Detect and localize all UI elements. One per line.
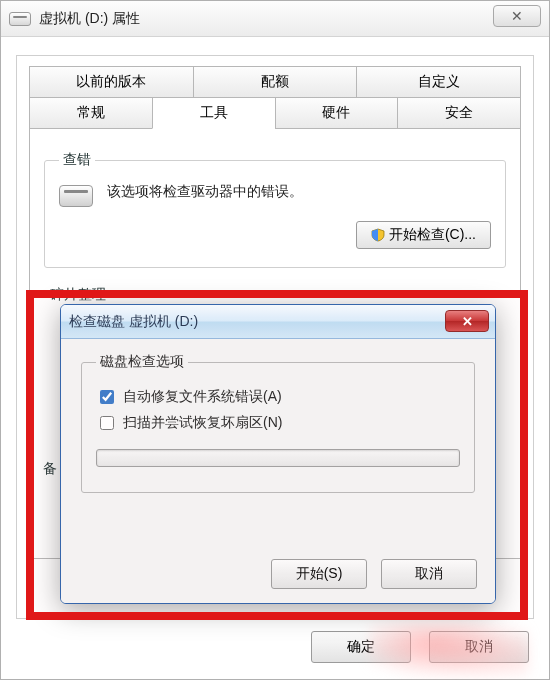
dialog-close-button[interactable]: ✕ [445, 310, 489, 332]
option-scan-recover[interactable]: 扫描并尝试恢复坏扇区(N) [96, 413, 460, 433]
defrag-legend: 碎片整理 [50, 286, 506, 304]
titlebar[interactable]: 虚拟机 (D:) 属性 ✕ [1, 1, 549, 37]
ok-button[interactable]: 确定 [311, 631, 411, 663]
drive-icon [59, 185, 93, 207]
tab-customize[interactable]: 自定义 [356, 66, 521, 98]
tab-row-lower: 常规 工具 硬件 安全 [29, 98, 521, 129]
error-checking-button-row: 开始检查(C)... [59, 221, 491, 249]
progress-bar [96, 449, 460, 467]
close-icon: ✕ [511, 8, 523, 24]
disk-check-options-group: 磁盘检查选项 自动修复文件系统错误(A) 扫描并尝试恢复坏扇区(N) [81, 353, 475, 493]
dialog-title: 检查磁盘 虚拟机 (D:) [69, 313, 198, 331]
error-checking-row: 该选项将检查驱动器中的错误。 [59, 183, 491, 207]
option-auto-fix[interactable]: 自动修复文件系统错误(A) [96, 387, 460, 407]
option-auto-fix-label: 自动修复文件系统错误(A) [123, 388, 282, 406]
dialog-cancel-button[interactable]: 取消 [381, 559, 477, 589]
tab-hardware[interactable]: 硬件 [275, 98, 398, 129]
backup-legend-stub: 备 [43, 460, 57, 478]
dialog-footer: 开始(S) 取消 [271, 559, 477, 589]
start-check-label: 开始检查(C)... [389, 226, 476, 244]
checkbox-auto-fix[interactable] [100, 390, 114, 404]
error-checking-text: 该选项将检查驱动器中的错误。 [107, 183, 303, 201]
close-icon: ✕ [462, 314, 473, 329]
close-button[interactable]: ✕ [493, 5, 541, 27]
error-checking-group: 查错 该选项将检查驱动器中的错误。 开始检查(C)... [44, 151, 506, 268]
tab-strip: 以前的版本 配额 自定义 常规 工具 硬件 安全 [29, 66, 521, 129]
cancel-label: 取消 [465, 638, 493, 656]
tab-row-upper: 以前的版本 配额 自定义 [29, 66, 521, 98]
tab-quota[interactable]: 配额 [193, 66, 357, 98]
option-scan-recover-label: 扫描并尝试恢复坏扇区(N) [123, 414, 282, 432]
dialog-start-button[interactable]: 开始(S) [271, 559, 367, 589]
dialog-cancel-label: 取消 [415, 565, 443, 583]
shield-icon [371, 228, 385, 242]
dialog-body: 磁盘检查选项 自动修复文件系统错误(A) 扫描并尝试恢复坏扇区(N) 开始(S)… [61, 339, 495, 603]
disk-check-options-legend: 磁盘检查选项 [96, 353, 188, 371]
tab-security[interactable]: 安全 [397, 98, 521, 129]
tab-tools[interactable]: 工具 [152, 98, 275, 129]
dialog-start-label: 开始(S) [296, 565, 343, 583]
cancel-button[interactable]: 取消 [429, 631, 529, 663]
drive-icon [9, 12, 31, 26]
checkbox-scan-recover[interactable] [100, 416, 114, 430]
ok-label: 确定 [347, 638, 375, 656]
properties-footer: 确定 取消 [311, 631, 529, 663]
dialog-titlebar[interactable]: 检查磁盘 虚拟机 (D:) ✕ [61, 305, 495, 339]
tab-previous-versions[interactable]: 以前的版本 [29, 66, 193, 98]
window-title: 虚拟机 (D:) 属性 [39, 10, 140, 28]
check-disk-dialog: 检查磁盘 虚拟机 (D:) ✕ 磁盘检查选项 自动修复文件系统错误(A) 扫描并… [60, 304, 496, 604]
start-check-button[interactable]: 开始检查(C)... [356, 221, 491, 249]
tab-general[interactable]: 常规 [29, 98, 152, 129]
error-checking-legend: 查错 [59, 151, 95, 169]
